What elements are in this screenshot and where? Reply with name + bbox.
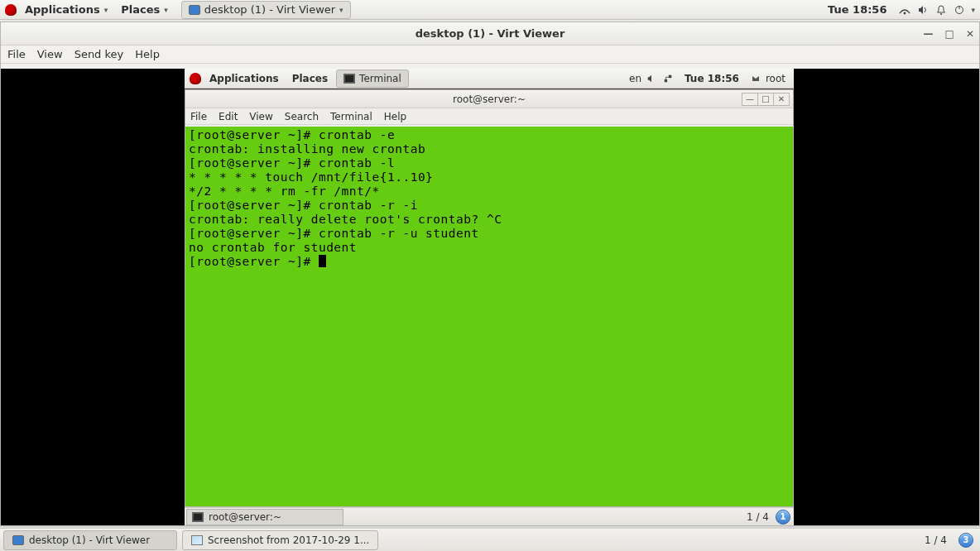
vm-viewport[interactable]: Applications Places Terminal en Tue 18:5… (1, 69, 979, 525)
terminal-title: root@server:~ (453, 93, 526, 105)
terminal-maximize-button[interactable]: □ (757, 93, 774, 106)
virt-viewer-titlebar[interactable]: desktop (1) - Virt Viewer — □ ✕ (1, 22, 979, 46)
guest-workspace-indicator[interactable]: 1 / 4 (740, 511, 776, 523)
network-icon[interactable] (661, 72, 675, 85)
monitor-icon (189, 5, 200, 15)
distro-logo-icon (5, 4, 17, 16)
svg-point-1 (940, 13, 942, 15)
places-label: Places (121, 3, 160, 16)
host-top-panel: Applications ▾ Places ▾ desktop (1) - Vi… (0, 0, 980, 20)
guest-top-panel: Applications Places Terminal en Tue 18:5… (185, 69, 794, 89)
taskbar-label: desktop (1) - Virt Viewer (29, 534, 150, 546)
volume-icon[interactable] (645, 72, 658, 85)
guest-user-label[interactable]: root (766, 73, 789, 84)
menu-file[interactable]: File (7, 48, 26, 60)
taskbar-item-screenshot[interactable]: Screenshot from 2017-10-29 1... (182, 530, 378, 550)
terminal-icon (343, 74, 355, 84)
terminal-icon (192, 512, 204, 522)
window-switcher-active[interactable]: desktop (1) - Virt Viewer ▾ (181, 1, 351, 19)
terminal-titlebar[interactable]: root@server:~ — □ ✕ (185, 90, 793, 108)
terminal-window: root@server:~ — □ ✕ File Edit View Searc… (185, 89, 794, 507)
window-title: desktop (1) - Virt Viewer (416, 27, 565, 40)
menu-view[interactable]: View (37, 48, 63, 60)
term-menu-edit[interactable]: Edit (219, 111, 238, 122)
guest-apps-label: Applications (209, 73, 279, 84)
host-workspace-indicator[interactable]: 1 / 4 (918, 534, 954, 546)
virt-viewer-menubar: File View Send key Help (1, 46, 979, 64)
svg-rect-4 (665, 79, 667, 81)
virt-viewer-window: desktop (1) - Virt Viewer — □ ✕ File Vie… (0, 22, 980, 526)
applications-menu[interactable]: Applications ▾ (20, 3, 113, 16)
monitor-icon (12, 535, 24, 545)
terminal-close-button[interactable]: ✕ (773, 93, 790, 106)
terminal-menubar: File Edit View Search Terminal Help (185, 108, 793, 125)
network-icon[interactable] (898, 3, 911, 17)
minimize-button[interactable]: — (924, 28, 934, 40)
guest-places-label: Places (292, 73, 328, 84)
volume-icon[interactable] (916, 3, 930, 17)
chevron-down-icon: ▾ (971, 6, 975, 14)
close-button[interactable]: ✕ (966, 28, 974, 40)
svg-point-0 (904, 12, 906, 14)
terminal-minimize-button[interactable]: — (742, 93, 758, 106)
host-bottom-panel: desktop (1) - Virt Viewer Screenshot fro… (0, 528, 980, 551)
guest-notification-badge[interactable]: 1 (776, 510, 790, 525)
term-menu-file[interactable]: File (190, 111, 207, 122)
term-menu-search[interactable]: Search (285, 111, 319, 122)
maximize-button[interactable]: □ (945, 28, 954, 40)
notification-icon[interactable] (934, 3, 948, 17)
user-icon[interactable] (749, 72, 762, 85)
guest-terminal-label: Terminal (359, 73, 401, 84)
guest-taskbar-item[interactable]: root@server:~ (186, 509, 343, 525)
term-menu-view[interactable]: View (249, 111, 272, 122)
host-notification-badge[interactable]: 3 (958, 533, 973, 548)
active-window-title: desktop (1) - Virt Viewer (204, 3, 335, 16)
taskbar-item-virtviewer[interactable]: desktop (1) - Virt Viewer (3, 530, 177, 550)
menu-help[interactable]: Help (135, 48, 160, 60)
menu-sendkey[interactable]: Send key (74, 48, 124, 60)
keyboard-layout-indicator[interactable]: en (629, 73, 641, 84)
guest-taskbar-terminal[interactable]: Terminal (336, 69, 409, 88)
image-icon (191, 535, 203, 545)
guest-places-menu[interactable]: Places (287, 73, 333, 84)
power-icon[interactable] (953, 3, 966, 17)
terminal-body[interactable]: [root@server ~]# crontab -e crontab: ins… (185, 127, 793, 506)
taskbar-label: Screenshot from 2017-10-29 1... (208, 534, 369, 546)
term-menu-terminal[interactable]: Terminal (330, 111, 372, 122)
distro-logo-icon (190, 73, 201, 84)
places-menu[interactable]: Places ▾ (116, 3, 173, 16)
host-clock[interactable]: Tue 18:56 (821, 3, 893, 16)
chevron-down-icon: ▾ (339, 6, 343, 14)
guest-desktop: Applications Places Terminal en Tue 18:5… (185, 69, 794, 525)
terminal-cursor (319, 255, 326, 267)
guest-applications-menu[interactable]: Applications (204, 73, 284, 84)
guest-task-label: root@server:~ (209, 511, 281, 523)
chevron-down-icon: ▾ (104, 6, 108, 14)
guest-bottom-panel: root@server:~ 1 / 4 1 (185, 507, 794, 525)
applications-label: Applications (25, 3, 100, 16)
term-menu-help[interactable]: Help (384, 111, 406, 122)
chevron-down-icon: ▾ (164, 6, 168, 14)
guest-clock[interactable]: Tue 18:56 (678, 73, 746, 84)
